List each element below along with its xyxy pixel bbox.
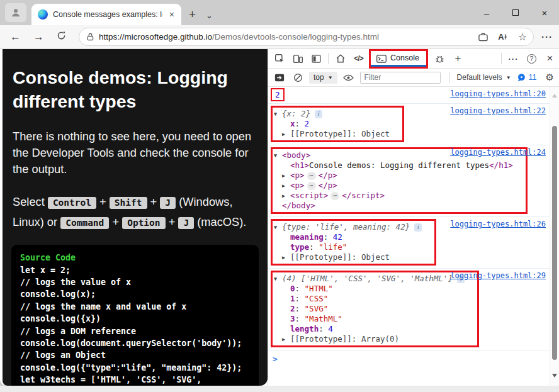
new-tab-button[interactable]: +	[189, 8, 196, 20]
console-token: </p>	[319, 181, 337, 190]
shortcut-text: Select	[13, 195, 48, 208]
code-line: // logs an Object	[20, 349, 250, 361]
close-devtools-button[interactable]: ×	[541, 50, 559, 67]
console-line: ▶<script>⋯</script>	[274, 191, 513, 201]
tab-elements[interactable]: </>	[349, 50, 368, 67]
console-source-link[interactable]: logging-types.html:22	[450, 106, 546, 115]
issues-bug-button[interactable]	[431, 50, 449, 67]
inspect-element-button[interactable]	[271, 50, 289, 67]
dock-side-button[interactable]	[307, 50, 325, 67]
back-button[interactable]: ←	[10, 31, 21, 43]
caret-right-icon[interactable]: ▶	[282, 252, 290, 262]
console-token: Object	[361, 252, 390, 262]
devtools-help-button[interactable]: ?	[522, 50, 541, 67]
device-emulation-button[interactable]	[289, 50, 307, 67]
console-source-link[interactable]: logging-types.html:26	[450, 220, 546, 228]
console-prompt-row[interactable]: >	[268, 350, 550, 364]
clear-console-button[interactable]	[291, 69, 305, 86]
console-source-link[interactable]: logging-types.html:24	[450, 148, 546, 157]
console-line: ▶<p>⋯</p>	[274, 181, 513, 191]
caret-down-icon[interactable]: ▼	[274, 109, 282, 119]
console-message: logging-types.html:26▼{type: 'life', mea…	[268, 217, 550, 269]
web-page: Console demos: Logging different types T…	[3, 49, 268, 386]
caret-right-icon[interactable]: ▶	[282, 171, 290, 181]
tab-search-chevron-icon[interactable]: ⌄	[206, 11, 213, 20]
collapsed-content-icon[interactable]: ⋯	[307, 172, 316, 180]
console-source-link[interactable]: logging-types.html:20	[450, 89, 546, 98]
filter-input[interactable]	[360, 72, 441, 84]
code-title: Source Code	[20, 252, 250, 264]
message-count: 11	[529, 73, 537, 82]
annotation-box: ▼{x: 2}ix: 2▶[[Prototype]]: Object	[271, 106, 404, 142]
console-line: </body>	[274, 201, 513, 211]
console-prompt-icon[interactable]: >	[273, 354, 278, 364]
context-selector[interactable]: top ▼	[309, 72, 337, 84]
console-token: <p>	[290, 171, 305, 180]
console-token: 1	[290, 294, 295, 303]
console-token: [[Prototype]]	[290, 252, 352, 262]
kbd-key: J	[160, 197, 176, 209]
maximize-button[interactable]	[501, 0, 530, 25]
profile-avatar[interactable]	[5, 3, 26, 22]
scroll-down-icon[interactable]	[552, 374, 557, 380]
console-settings-button[interactable]: ⚙	[546, 72, 554, 83]
console-line: ▶[[Prototype]]: Array(0)	[274, 334, 465, 344]
url-text: https://microsoftedge.github.io/Demos/de…	[99, 32, 468, 42]
more-tabs-button[interactable]: +	[449, 50, 467, 67]
console-source-link[interactable]: logging-types.html:29	[450, 271, 546, 280]
tab-console[interactable]: Console	[371, 51, 426, 67]
read-aloud-button[interactable]: A	[498, 32, 507, 42]
forward-button[interactable]: →	[33, 31, 44, 43]
scrollbar-thumb[interactable]	[552, 126, 557, 360]
info-badge-icon[interactable]: i	[315, 110, 322, 118]
caret-right-icon[interactable]: ▶	[282, 334, 290, 344]
scrollbar[interactable]	[550, 87, 559, 386]
console-token: :	[309, 242, 319, 252]
edge-favicon-icon	[38, 9, 48, 20]
devtools-menu-button[interactable]: ···	[504, 50, 522, 67]
message-count-badge[interactable]: 11	[517, 73, 537, 82]
console-sidebar-button[interactable]	[273, 69, 286, 86]
log-levels-dropdown[interactable]: Default levels ▼	[457, 73, 511, 82]
caret-down-icon[interactable]: ▼	[274, 150, 282, 160]
scroll-up-icon[interactable]	[552, 91, 557, 98]
console-token: :	[352, 252, 361, 262]
console-token: "MathML"	[305, 314, 342, 323]
caret-right-icon[interactable]: ▶	[282, 181, 290, 191]
info-badge-icon[interactable]: i	[414, 223, 422, 232]
browser-tab[interactable]: Console messages examples: log ×	[31, 4, 181, 25]
tab-close-icon[interactable]: ×	[167, 9, 176, 20]
live-expression-button[interactable]	[342, 69, 356, 86]
caret-down-icon[interactable]: ▼	[274, 222, 282, 232]
console-token: :	[295, 119, 305, 128]
collapsed-content-icon[interactable]: ⋯	[307, 182, 316, 190]
console-token: <script>	[290, 191, 328, 200]
console-line: x: 2	[274, 119, 390, 129]
caret-right-icon[interactable]: ▶	[282, 191, 290, 201]
close-window-button[interactable]: ×	[530, 0, 559, 25]
help-icon: ?	[527, 54, 536, 64]
browser-menu-button[interactable]: ···	[541, 31, 553, 42]
caret-right-icon[interactable]: ▶	[282, 129, 290, 139]
url-field[interactable]: https://microsoftedge.github.io/Demos/de…	[79, 28, 534, 46]
kbd-key: Option	[122, 217, 165, 229]
annotation-box: ▼(4) ['HTML', 'CSS', 'SVG', 'MathML']i0:…	[271, 271, 479, 347]
window-bottom-edge	[0, 386, 559, 392]
console-message: logging-types.html:202	[268, 87, 550, 104]
add-favorite-button[interactable]: ☆	[518, 31, 527, 43]
eye-icon	[343, 74, 354, 81]
minimize-button[interactable]: –	[472, 0, 501, 25]
code-line: // logs a DOM reference	[20, 325, 250, 337]
console-token: :	[295, 294, 305, 303]
tab-welcome[interactable]	[331, 50, 349, 67]
collapsed-content-icon[interactable]: ⋯	[330, 192, 339, 200]
caret-down-icon[interactable]: ▼	[274, 274, 282, 284]
console-messages: logging-types.html:202logging-types.html…	[268, 87, 550, 364]
context-selector-value: top	[313, 73, 324, 82]
split-screen-button[interactable]	[478, 33, 488, 42]
console-token: {x: 2}	[282, 109, 310, 118]
console-token: :	[295, 284, 305, 293]
console-tab-label: Console	[390, 53, 419, 64]
refresh-button[interactable]	[57, 31, 66, 43]
source-code-block: Source Code let x = 2;// logs the value …	[11, 245, 259, 386]
